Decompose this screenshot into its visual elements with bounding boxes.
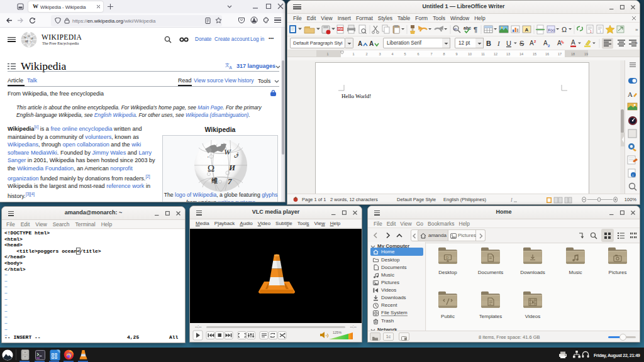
svg-text:4: 4 xyxy=(391,52,393,56)
svg-text:W: W xyxy=(24,36,27,39)
svg-text:7: 7 xyxy=(430,52,432,56)
svg-text:Ω: Ω xyxy=(28,35,30,38)
svg-text:19: 19 xyxy=(584,52,588,56)
svg-text:A: A xyxy=(525,27,529,33)
svg-text:A: A xyxy=(358,40,362,47)
svg-text:Ω: Ω xyxy=(208,163,214,173)
svg-text:И: И xyxy=(228,163,236,172)
svg-text:9: 9 xyxy=(455,52,457,56)
svg-text:3: 3 xyxy=(379,52,380,56)
svg-text:1: 1 xyxy=(590,30,592,33)
svg-text:i: i xyxy=(600,30,601,33)
svg-text:13: 13 xyxy=(506,52,510,56)
svg-text:7: 7 xyxy=(228,177,232,186)
svg-text:PDF: PDF xyxy=(338,28,343,31)
svg-text:维: 维 xyxy=(211,177,218,184)
svg-text:A: A xyxy=(230,65,233,70)
svg-text:2: 2 xyxy=(548,44,550,48)
svg-text:I: I xyxy=(497,40,501,47)
svg-text:维: 维 xyxy=(25,40,28,43)
svg-text:18: 18 xyxy=(571,52,575,56)
svg-text:¶: ¶ xyxy=(474,26,477,33)
svg-text:10: 10 xyxy=(468,52,472,56)
svg-text:U: U xyxy=(506,40,511,47)
svg-text:F(x): F(x) xyxy=(548,28,555,32)
svg-text:11: 11 xyxy=(481,52,485,56)
svg-text:8: 8 xyxy=(443,52,445,56)
svg-text:»: » xyxy=(635,27,638,33)
svg-text:I: I xyxy=(511,197,513,203)
svg-text:A: A xyxy=(543,40,548,47)
svg-text:1: 1 xyxy=(352,52,354,56)
svg-text:Ω: Ω xyxy=(562,26,567,33)
svg-text:6: 6 xyxy=(417,52,419,56)
svg-text:abc: abc xyxy=(464,26,471,30)
svg-text:ڨ: ڨ xyxy=(234,151,238,158)
svg-text:A: A xyxy=(571,39,575,46)
svg-text:12: 12 xyxy=(494,52,497,56)
svg-text:A: A xyxy=(628,90,633,98)
svg-text:D: D xyxy=(446,256,449,260)
svg-text:1: 1 xyxy=(326,52,328,56)
svg-text:A: A xyxy=(369,40,374,47)
svg-text:15: 15 xyxy=(533,52,536,56)
svg-text:И: И xyxy=(31,37,33,40)
svg-text:A: A xyxy=(530,40,534,47)
svg-text:125%: 125% xyxy=(333,331,341,334)
svg-text:16: 16 xyxy=(545,52,549,56)
svg-text:5: 5 xyxy=(404,52,406,56)
svg-text:A: A xyxy=(557,40,562,47)
svg-text:B: B xyxy=(486,40,491,47)
svg-text:2: 2 xyxy=(365,52,367,56)
svg-text:ab: ab xyxy=(453,27,457,31)
svg-text:17: 17 xyxy=(558,52,562,56)
svg-text:S: S xyxy=(519,40,524,47)
svg-text:W: W xyxy=(224,147,231,156)
svg-text:2: 2 xyxy=(534,40,536,43)
svg-text:14: 14 xyxy=(519,52,523,56)
